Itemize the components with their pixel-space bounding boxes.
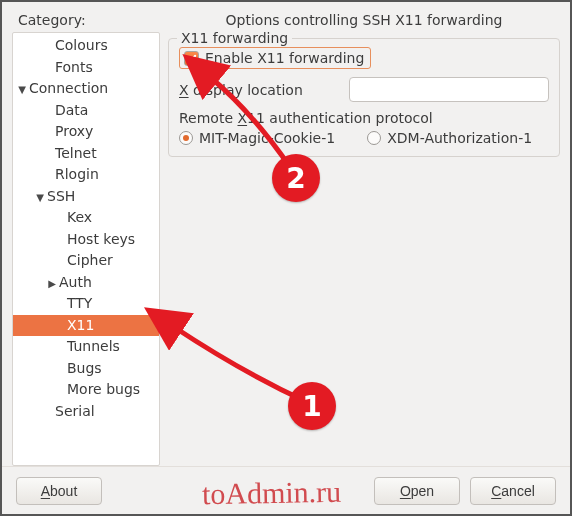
button-bar: About Open Cancel: [2, 466, 570, 514]
tree-item-ssh[interactable]: ▼SSH: [13, 186, 159, 208]
radio-unchecked-icon: [367, 131, 381, 145]
x11-forwarding-fieldset: X11 forwarding Enable X11 forwarding X d…: [168, 38, 560, 157]
cancel-button[interactable]: Cancel: [470, 477, 556, 505]
tree-item-label: Telnet: [55, 145, 97, 161]
tree-item-label: Colours: [55, 37, 108, 53]
tree-item-label: Serial: [55, 403, 95, 419]
tree-item-label: Rlogin: [55, 166, 99, 182]
chevron-right-icon: ▶: [45, 273, 59, 295]
tree-item-label: Host keys: [67, 231, 135, 247]
fieldset-title: X11 forwarding: [177, 30, 292, 46]
tree-item-label: More bugs: [67, 381, 140, 397]
putty-config-window: Category: ColoursFonts▼ConnectionDataPro…: [0, 0, 572, 516]
tree-item-rlogin[interactable]: Rlogin: [13, 164, 159, 186]
tree-item-label: TTY: [67, 295, 92, 311]
x-display-row: X display location: [179, 77, 549, 102]
remote-auth-protocol-label: Remote X11 authentication protocol: [179, 110, 549, 126]
tree-item-bugs[interactable]: Bugs: [13, 358, 159, 380]
tree-item-label: Data: [55, 102, 88, 118]
chevron-down-icon: ▼: [33, 187, 47, 209]
tree-item-label: Tunnels: [67, 338, 120, 354]
tree-item-fonts[interactable]: Fonts: [13, 57, 159, 79]
checkbox-checked-icon: [184, 51, 199, 66]
radio-label: XDM-Authorization-1: [387, 130, 532, 146]
tree-item-tunnels[interactable]: Tunnels: [13, 336, 159, 358]
category-tree[interactable]: ColoursFonts▼ConnectionDataProxyTelnetRl…: [12, 32, 160, 466]
remote-auth-protocol-radios: MIT-Magic-Cookie-1XDM-Authorization-1: [179, 130, 549, 146]
tree-item-telnet[interactable]: Telnet: [13, 143, 159, 165]
tree-item-label: Cipher: [67, 252, 113, 268]
tree-item-serial[interactable]: Serial: [13, 401, 159, 423]
tree-item-connection[interactable]: ▼Connection: [13, 78, 159, 100]
tree-item-label: Fonts: [55, 59, 93, 75]
tree-item-proxy[interactable]: Proxy: [13, 121, 159, 143]
tree-item-label: Connection: [29, 80, 108, 96]
tree-item-x11[interactable]: X11: [13, 315, 159, 337]
category-column: Category: ColoursFonts▼ConnectionDataPro…: [12, 10, 160, 466]
open-button[interactable]: Open: [374, 477, 460, 505]
x-display-label: X display location: [179, 82, 349, 98]
tree-item-data[interactable]: Data: [13, 100, 159, 122]
tree-item-label: X11: [67, 317, 94, 333]
tree-item-kex[interactable]: Kex: [13, 207, 159, 229]
radio-xdm-authorization-1[interactable]: XDM-Authorization-1: [367, 130, 532, 146]
enable-x11-label: Enable X11 forwarding: [205, 50, 364, 66]
tree-item-label: Bugs: [67, 360, 102, 376]
radio-label: MIT-Magic-Cookie-1: [199, 130, 335, 146]
tree-item-label: Kex: [67, 209, 92, 225]
x-display-input[interactable]: [349, 77, 549, 102]
tree-item-colours[interactable]: Colours: [13, 35, 159, 57]
tree-item-more-bugs[interactable]: More bugs: [13, 379, 159, 401]
category-label: Category:: [12, 10, 160, 32]
about-button[interactable]: About: [16, 477, 102, 505]
radio-checked-icon: [179, 131, 193, 145]
chevron-down-icon: ▼: [15, 79, 29, 101]
tree-item-cipher[interactable]: Cipher: [13, 250, 159, 272]
tree-item-host-keys[interactable]: Host keys: [13, 229, 159, 251]
tree-item-label: Proxy: [55, 123, 93, 139]
tree-item-label: Auth: [59, 274, 92, 290]
content-area: Category: ColoursFonts▼ConnectionDataPro…: [2, 2, 570, 466]
settings-panel: Options controlling SSH X11 forwarding X…: [160, 10, 560, 466]
tree-item-tty[interactable]: TTY: [13, 293, 159, 315]
radio-mit-magic-cookie-1[interactable]: MIT-Magic-Cookie-1: [179, 130, 335, 146]
tree-item-label: SSH: [47, 188, 75, 204]
tree-item-auth[interactable]: ▶Auth: [13, 272, 159, 294]
enable-x11-checkbox[interactable]: Enable X11 forwarding: [179, 47, 371, 69]
